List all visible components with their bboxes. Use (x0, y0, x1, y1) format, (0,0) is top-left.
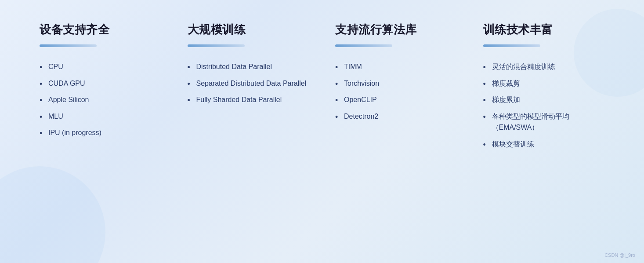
col1-list: CPU CUDA GPU Apple Silicon MLU IPU (in p… (40, 61, 161, 139)
col2-list: Distributed Data Parallel Separated Dist… (188, 61, 309, 106)
col3-divider (335, 44, 392, 47)
col3-title: 支持流行算法库 (335, 22, 457, 37)
list-item: Distributed Data Parallel (188, 61, 309, 73)
list-item: IPU (in progress) (40, 127, 161, 139)
list-item: Torchvision (335, 78, 457, 89)
list-item: Detectron2 (335, 111, 457, 122)
list-item: 梯度裁剪 (483, 78, 605, 89)
list-item: Apple Silicon (40, 94, 161, 106)
list-item: 梯度累加 (483, 94, 605, 106)
column-devices: 设备支持齐全 CPU CUDA GPU Apple Silicon MLU IP… (26, 22, 174, 245)
list-item: Fully Sharded Data Parallel (188, 94, 309, 106)
list-item: TIMM (335, 61, 457, 73)
list-item: OpenCLIP (335, 94, 457, 106)
list-item: CUDA GPU (40, 78, 161, 89)
col4-title: 训练技术丰富 (483, 22, 605, 37)
watermark: CSDN @i_9ro (604, 252, 635, 258)
list-item: Separated Distributed Data Parallel (188, 78, 309, 89)
list-item: CPU (40, 61, 161, 73)
col1-title: 设备支持齐全 (40, 22, 161, 37)
list-item: 各种类型的模型滑动平均（EMA/SWA） (483, 111, 605, 133)
list-item: 灵活的混合精度训练 (483, 61, 605, 73)
col2-divider (188, 44, 245, 47)
list-item: MLU (40, 111, 161, 122)
col2-title: 大规模训练 (188, 22, 309, 37)
column-techniques: 训练技术丰富 灵活的混合精度训练 梯度裁剪 梯度累加 各种类型的模型滑动平均（E… (470, 22, 618, 245)
column-training: 大规模训练 Distributed Data Parallel Separate… (174, 22, 322, 245)
list-item: 模块交替训练 (483, 139, 605, 150)
col4-divider (483, 44, 540, 47)
col4-list: 灵活的混合精度训练 梯度裁剪 梯度累加 各种类型的模型滑动平均（EMA/SWA）… (483, 61, 605, 150)
col3-list: TIMM Torchvision OpenCLIP Detectron2 (335, 61, 457, 122)
page-container: 设备支持齐全 CPU CUDA GPU Apple Silicon MLU IP… (0, 0, 644, 263)
col1-divider (40, 44, 97, 47)
column-algo: 支持流行算法库 TIMM Torchvision OpenCLIP Detect… (322, 22, 470, 245)
